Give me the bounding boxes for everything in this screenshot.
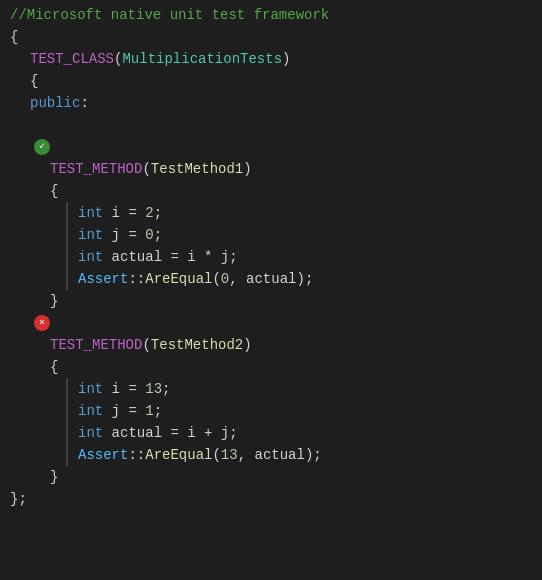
- code-line-20: int actual = i + j;: [66, 422, 542, 444]
- code-editor: //Microsoft native unit test framework {…: [0, 0, 542, 580]
- num-assert-13: 13: [221, 447, 238, 463]
- assert-keyword2: Assert: [78, 447, 128, 463]
- code-line-10: int i = 2;: [66, 202, 542, 224]
- code-line-21: Assert::AreEqual(13, actual);: [66, 444, 542, 466]
- macro-name: TEST_CLASS: [30, 51, 114, 67]
- num-assert-0: 0: [221, 271, 229, 287]
- keyword-int4: int: [78, 381, 103, 397]
- line-text: };: [10, 491, 27, 507]
- line-text: {: [30, 73, 38, 89]
- keyword-int2: int: [78, 227, 103, 243]
- code-line-16: TEST_METHOD(TestMethod2): [0, 334, 542, 356]
- keyword-int5: int: [78, 403, 103, 419]
- line-text: //Microsoft native unit test framework: [10, 7, 329, 23]
- num-13: 13: [145, 381, 162, 397]
- keyword-int6: int: [78, 425, 103, 441]
- keyword-int: int: [78, 205, 103, 221]
- num-0: 0: [145, 227, 153, 243]
- method-name2: TestMethod2: [151, 337, 243, 353]
- keyword-int3: int: [78, 249, 103, 265]
- line-text: }: [50, 469, 58, 485]
- code-line-18: int i = 13;: [66, 378, 542, 400]
- code-line-3: TEST_CLASS(MultiplicationTests): [0, 48, 542, 70]
- assert-method2: AreEqual: [145, 447, 212, 463]
- code-line-4: {: [0, 70, 542, 92]
- line-text: {: [50, 359, 58, 375]
- test-pass-icon: ✓: [34, 139, 50, 155]
- code-line-9: {: [0, 180, 542, 202]
- code-line-11: int j = 0;: [66, 224, 542, 246]
- line-text: {: [10, 29, 18, 45]
- macro-test-method1: TEST_METHOD: [50, 161, 142, 177]
- code-line-13: Assert::AreEqual(0, actual);: [66, 268, 542, 290]
- line-text: }: [50, 293, 58, 309]
- method-name1: TestMethod1: [151, 161, 243, 177]
- macro-test-method2: TEST_METHOD: [50, 337, 142, 353]
- class-name: MultiplicationTests: [122, 51, 282, 67]
- line-text: {: [50, 183, 58, 199]
- code-line-8: TEST_METHOD(TestMethod1): [0, 158, 542, 180]
- code-line-6: [0, 114, 542, 136]
- code-line-2: {: [0, 26, 542, 48]
- code-line-1: //Microsoft native unit test framework: [0, 4, 542, 26]
- code-line-23: };: [0, 488, 542, 510]
- code-line-17: {: [0, 356, 542, 378]
- code-line-22: }: [0, 466, 542, 488]
- assert-keyword: Assert: [78, 271, 128, 287]
- assert-method: AreEqual: [145, 271, 212, 287]
- code-line-14: }: [0, 290, 542, 312]
- num-1: 1: [145, 403, 153, 419]
- test-fail-icon: ✕: [34, 315, 50, 331]
- code-line-7: ✓: [0, 136, 542, 158]
- code-line-15: ✕: [0, 312, 542, 334]
- num-2: 2: [145, 205, 153, 221]
- code-line-19: int j = 1;: [66, 400, 542, 422]
- code-line-12: int actual = i * j;: [66, 246, 542, 268]
- code-line-5: public:: [0, 92, 542, 114]
